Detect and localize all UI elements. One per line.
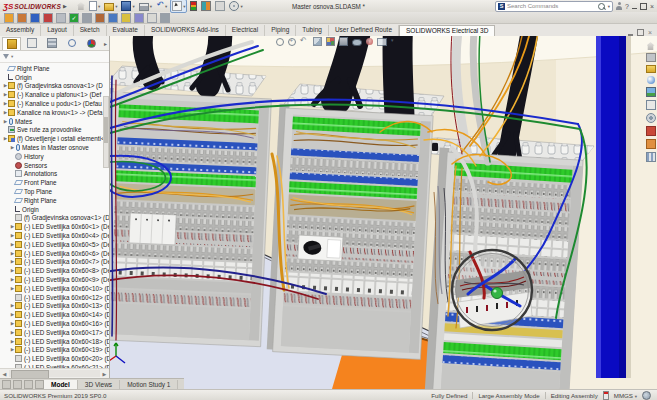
- orientation-cube-icon[interactable]: [326, 37, 335, 46]
- zoom-area-icon[interactable]: [288, 38, 296, 46]
- logo-expand-icon[interactable]: ▶: [63, 3, 67, 9]
- tab-user-defined-route[interactable]: User Defined Route: [329, 25, 399, 36]
- doc-tab-motion-study-1[interactable]: Motion Study 1: [120, 380, 178, 389]
- save-button[interactable]: ▾: [120, 0, 135, 12]
- help-button[interactable]: ?: [625, 3, 629, 10]
- tree-item[interactable]: ▶(f) Gradjevinska osnova<1> (D: [0, 82, 109, 91]
- tree-item[interactable]: ▶(-) LED Svetiljka 60x60<6> (Def: [0, 249, 109, 258]
- cabinet-icon[interactable]: [17, 13, 27, 23]
- properties-icon[interactable]: [4, 13, 14, 23]
- tree-item[interactable]: Origin: [0, 73, 109, 82]
- appearances-icon[interactable]: [366, 38, 373, 45]
- display-style-icon[interactable]: [339, 37, 348, 46]
- rebuild-button[interactable]: [189, 0, 198, 12]
- tab-nav-button[interactable]: [13, 380, 22, 389]
- tree-item[interactable]: ▶(-) LED Svetiljka 60x60<1> (Def: [0, 222, 109, 231]
- tab-electrical[interactable]: Electrical: [226, 25, 265, 36]
- filter-caret-icon[interactable]: ▾: [11, 54, 13, 59]
- visualize-button[interactable]: [200, 0, 212, 12]
- tree-item[interactable]: ▶(-) LED Svetiljka 60x60<7> (Def: [0, 258, 109, 267]
- edit-route-icon[interactable]: [95, 13, 105, 23]
- panel-tab-features[interactable]: [2, 37, 21, 50]
- taskpane-box-red-icon[interactable]: [646, 126, 656, 136]
- tree-item[interactable]: Right Plane: [0, 196, 109, 205]
- tab-layout[interactable]: Layout: [41, 25, 74, 36]
- tab-assembly[interactable]: Assembly: [0, 25, 41, 36]
- tree-item[interactable]: (-) LED Svetiljka 60x60<12> (De: [0, 293, 109, 302]
- doc-tab-3d-views[interactable]: 3D Views: [78, 380, 120, 389]
- tree-item[interactable]: ▶(-) LED Svetiljka 60x60<5> (Def: [0, 240, 109, 249]
- filter-icon[interactable]: [3, 54, 9, 59]
- panel-tab-configurations[interactable]: [42, 36, 61, 50]
- tab-evaluate[interactable]: Evaluate: [107, 25, 145, 36]
- tab-nav-button[interactable]: [24, 380, 33, 389]
- tree-item[interactable]: ▶(-) LED Svetiljka 60x60<19> (De: [0, 346, 109, 355]
- route-check-icon[interactable]: ✓: [69, 13, 79, 23]
- tree-item[interactable]: ▶(-) LED Svetiljka 60x60<13> (De: [0, 302, 109, 311]
- caret-icon[interactable]: ▾: [150, 4, 152, 9]
- hide-show-icon[interactable]: [352, 39, 362, 46]
- units-selector[interactable]: MMGS ▾: [614, 392, 637, 399]
- tree-horizontal-scrollbar[interactable]: ◀ ▶: [0, 368, 109, 378]
- search-caret-icon[interactable]: ▾: [608, 4, 610, 9]
- caret-icon[interactable]: ▾: [165, 4, 167, 9]
- tab-solidworks-add-ins[interactable]: SOLIDWORKS Add-Ins: [145, 25, 226, 36]
- globe-icon[interactable]: [642, 391, 651, 400]
- tab-solidworks-electrical-3d[interactable]: SOLIDWORKS Electrical 3D: [399, 25, 495, 36]
- tree-item[interactable]: (f) Gradjevinska osnova<1> (D: [0, 214, 109, 223]
- restore-button[interactable]: [640, 3, 647, 10]
- tree-item[interactable]: Sve rute za provodnike: [0, 126, 109, 135]
- open-button[interactable]: ▾: [103, 0, 118, 12]
- home-button[interactable]: [76, 1, 86, 11]
- tree-item[interactable]: ▶(-) Kanalice u plafonu<1> (Def: [0, 90, 109, 99]
- taskpane-box-orange-icon[interactable]: [646, 139, 656, 149]
- tab-nav-button[interactable]: [2, 380, 11, 389]
- scroll-right-icon[interactable]: ▶: [100, 371, 109, 377]
- tree-item[interactable]: ▶Mates in Master osnove: [0, 143, 109, 152]
- unroute-icon[interactable]: [82, 13, 92, 23]
- taskpane-board-icon[interactable]: [646, 100, 656, 110]
- tree-item[interactable]: ▶(f) Osvetljenje i ostali elementi<1>: [0, 134, 109, 143]
- tab-sketch[interactable]: Sketch: [74, 25, 107, 36]
- tree-item[interactable]: ▶(-) LED Svetiljka 60x60<10> (De: [0, 284, 109, 293]
- select-button[interactable]: ▾: [170, 0, 187, 13]
- tree-item[interactable]: ▶Mates: [0, 117, 109, 126]
- graphics-area[interactable]: ▾ ▸ ▾ Right PlaneOrigin▶(f) Gradjevinska…: [0, 36, 657, 389]
- expander-icon[interactable]: ▶: [10, 145, 15, 150]
- panel-tabs-overflow-icon[interactable]: ▸: [104, 40, 107, 47]
- minimize-button[interactable]: [632, 8, 637, 10]
- tree-vertical-scrollbar[interactable]: [103, 96, 109, 168]
- sheet-icon[interactable]: [147, 13, 157, 23]
- section-view-icon[interactable]: [313, 37, 322, 46]
- tree-item[interactable]: ▶(-) LED Svetiljka 60x60<16> (De: [0, 319, 109, 328]
- caret-icon[interactable]: ▾: [98, 4, 100, 9]
- previous-view-icon[interactable]: [300, 37, 309, 46]
- new-button[interactable]: ▾: [88, 0, 101, 12]
- search-icon[interactable]: [598, 3, 605, 10]
- rail-icon[interactable]: [30, 13, 40, 23]
- doc-close-button[interactable]: ×: [648, 29, 652, 36]
- tree-item[interactable]: Top Plane: [0, 187, 109, 196]
- taskpane-grid-icon[interactable]: [646, 152, 656, 162]
- tree-item[interactable]: ▶(-) Kanalice u podu<1> (Defau: [0, 99, 109, 108]
- caret-icon[interactable]: ▾: [391, 37, 400, 46]
- tree-item[interactable]: Sensors: [0, 161, 109, 170]
- switch-box[interactable]: [298, 235, 343, 261]
- search-input[interactable]: Search Commands: [507, 3, 596, 9]
- tab-nav-button[interactable]: [35, 380, 44, 389]
- tab-tubing[interactable]: Tubing: [296, 25, 329, 36]
- caret-icon[interactable]: ▾: [132, 4, 134, 9]
- tree-item[interactable]: ▶(-) LED Svetiljka 60x60<18> (De: [0, 337, 109, 346]
- taskpane-gear-icon[interactable]: [646, 113, 656, 123]
- taskpane-palette-icon[interactable]: [647, 76, 655, 84]
- taskpane-home-icon[interactable]: [647, 42, 655, 50]
- caret-icon[interactable]: ▾: [183, 4, 185, 9]
- tab-piping[interactable]: Piping: [265, 25, 296, 36]
- refresh-icon[interactable]: [121, 13, 131, 23]
- doc-tab-model[interactable]: Model: [44, 380, 78, 389]
- print-button[interactable]: ▾: [138, 1, 153, 12]
- undo-button[interactable]: ▾: [155, 1, 168, 11]
- panel-tab-display[interactable]: [82, 36, 101, 50]
- tree-item[interactable]: Annotations: [0, 170, 109, 179]
- tree-item[interactable]: Origin: [0, 205, 109, 214]
